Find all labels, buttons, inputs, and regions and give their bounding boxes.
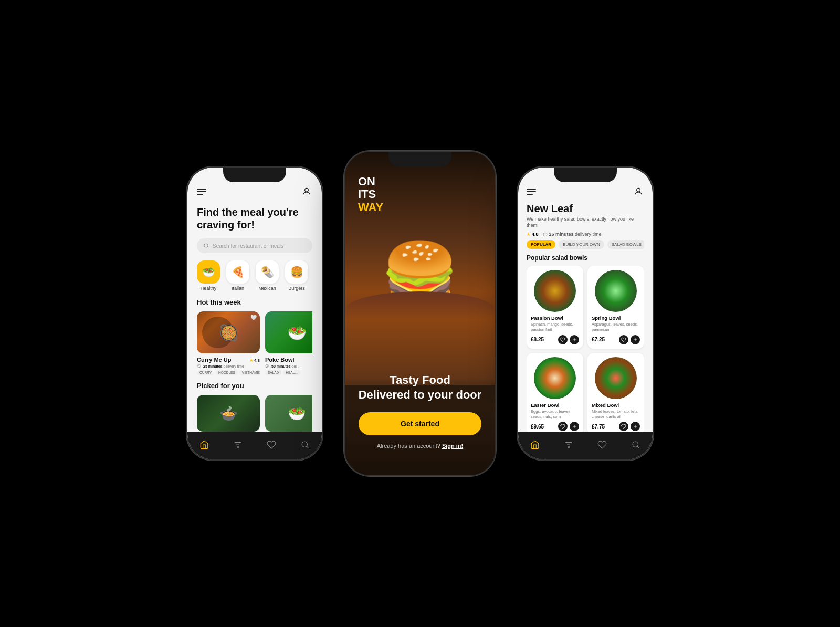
nav-filter-3[interactable]	[564, 440, 573, 452]
nav-home[interactable]	[200, 440, 209, 452]
mixed-bowl-footer: £7.75	[592, 422, 640, 431]
nav-search[interactable]	[300, 440, 310, 452]
passion-bowl-ingredients: Spinach, mango, seeds, passion fruit	[531, 322, 579, 332]
screen-splash: 🍔 ONITS WAY Tasty Food Delivered to your…	[345, 152, 495, 475]
notch-2	[388, 152, 452, 166]
restaurant-card-poke[interactable]: 🥗 Poke Bowl 50 minutes deli... SALAD HEA…	[265, 311, 312, 375]
nav-home-3[interactable]	[530, 440, 540, 452]
easter-bowl-name: Easter Bowl	[531, 402, 579, 408]
restaurant-card-curry[interactable]: 🤍 Curry Me Up ★ 4.8	[197, 311, 260, 375]
phone-splash: 🍔 ONITS WAY Tasty Food Delivered to your…	[344, 151, 496, 476]
picked-card-2[interactable]: 🥗	[265, 395, 312, 432]
easter-bowl-image	[534, 357, 576, 399]
hamburger-menu-icon-3[interactable]	[527, 189, 536, 195]
category-burgers[interactable]: 🍔 Burgers	[285, 260, 308, 291]
curry-card-rating: ★ 4.8	[249, 358, 260, 363]
svg-line-2	[207, 247, 209, 248]
phone-home: Find the meal you'recraving for! Search …	[186, 166, 323, 461]
nav-search-3[interactable]	[631, 440, 640, 452]
bowls-grid: Passion Bowl Spinach, mango, seeds, pass…	[527, 266, 644, 435]
restaurant-description: We make healthy salad bowls, exactly how…	[527, 216, 644, 228]
category-healthy[interactable]: 🥗 Healthy	[197, 260, 220, 291]
easter-bowl-add-btn[interactable]	[570, 422, 579, 431]
tab-salad-bowls[interactable]: SALAD BOWLS	[607, 240, 644, 249]
curry-delivery-time: 25 minutes delivery time	[197, 364, 260, 368]
nav-favorites[interactable]	[267, 440, 276, 452]
spring-bowl-favorite-btn[interactable]	[619, 335, 628, 344]
easter-bowl-ingredients: Eggs, avocado, leaves, seeds, nuts, corn	[531, 409, 579, 420]
passion-bowl-actions	[558, 335, 579, 344]
bowl-card-spring[interactable]: Spring Bowl Asparagus, leaves, seeds, pa…	[587, 266, 644, 349]
search-icon	[203, 243, 209, 249]
easter-bowl-price: £9.65	[531, 424, 544, 430]
nav-favorites-3[interactable]	[597, 440, 607, 452]
spring-bowl-price: £7.25	[592, 337, 605, 342]
bowl-card-passion[interactable]: Passion Bowl Spinach, mango, seeds, pass…	[527, 266, 583, 349]
passion-bowl-favorite-btn[interactable]	[558, 335, 568, 344]
burgers-icon: 🍔	[285, 260, 308, 284]
easter-bowl-image-container	[531, 357, 579, 399]
nav-filter[interactable]	[233, 440, 243, 452]
screen-restaurant: New Leaf We make healthy salad bowls, ex…	[518, 168, 653, 459]
svg-point-23	[568, 446, 570, 448]
restaurant-meta: ★ 4.8 25 minutes delivery time	[527, 232, 644, 237]
spring-bowl-image	[595, 270, 637, 312]
mexican-icon: 🌯	[256, 260, 279, 284]
easter-bowl-favorite-btn[interactable]	[558, 422, 568, 431]
logo-text-on-its: ONITS	[358, 175, 383, 201]
notch-3	[554, 168, 617, 182]
mixed-bowl-image-container	[592, 357, 640, 399]
page-title: Find the meal you'recraving for!	[197, 206, 312, 231]
picked-card-1[interactable]: 🍲	[197, 395, 260, 432]
passion-bowl-add-btn[interactable]	[570, 335, 579, 344]
search-placeholder: Search for restaurant or meals	[213, 243, 284, 249]
tab-build-your-own[interactable]: BUILD YOUR OWN	[559, 240, 604, 249]
category-italian[interactable]: 🍕 Italian	[226, 260, 249, 291]
signin-prompt: Already has an account? Sign in!	[377, 443, 463, 449]
mixed-bowl-name: Mixed Bowl	[592, 402, 640, 408]
popular-section-title: Popular salad bowls	[527, 254, 644, 262]
poke-card-image: 🥗	[265, 311, 312, 353]
restaurant-tabs: POPULAR BUILD YOUR OWN SALAD BOWLS SUSHI	[527, 240, 644, 249]
restaurant-rating: ★ 4.8	[527, 232, 539, 237]
restaurant-name: New Leaf	[527, 203, 644, 215]
bowl-card-mixed[interactable]: Mixed Bowl Mixed leaves, tomato, feta ch…	[587, 353, 644, 436]
svg-line-25	[637, 446, 639, 448]
mixed-bowl-image	[595, 357, 637, 399]
healthy-icon: 🥗	[197, 260, 220, 284]
spring-bowl-add-btn[interactable]	[631, 335, 640, 344]
get-started-button[interactable]: Get started	[359, 412, 481, 435]
curry-tags: CURRY NOODLES VIETNAMESE HEALTHY	[197, 370, 260, 375]
user-profile-icon[interactable]	[301, 186, 312, 197]
spring-bowl-footer: £7.25	[592, 335, 640, 344]
poke-card-name: Poke Bowl	[265, 357, 312, 363]
mixed-bowl-add-btn[interactable]	[631, 422, 640, 431]
passion-bowl-name: Passion Bowl	[531, 315, 579, 321]
search-bar[interactable]: Search for restaurant or meals	[197, 238, 312, 253]
header-home	[197, 186, 312, 197]
poke-tags: SALAD HEAL...	[265, 370, 312, 375]
categories-row: 🥗 Healthy 🍕 Italian 🌯 Mexican 🍔	[197, 260, 312, 291]
tab-popular[interactable]: POPULAR	[527, 240, 555, 249]
splash-background: 🍔 ONITS WAY Tasty Food Delivered to your…	[345, 152, 495, 475]
svg-point-9	[302, 442, 308, 447]
poke-delivery-time: 50 minutes deli...	[265, 364, 312, 368]
logo-text-way: WAY	[358, 201, 383, 214]
category-mexican[interactable]: 🌯 Mexican	[256, 260, 279, 291]
signin-link[interactable]: Sign in!	[442, 443, 463, 449]
hamburger-menu-icon[interactable]	[197, 189, 206, 195]
spring-bowl-image-container	[592, 270, 640, 312]
easter-bowl-footer: £9.65	[531, 422, 579, 431]
mixed-bowl-favorite-btn[interactable]	[619, 422, 628, 431]
splash-tagline: Tasty Food Delivered to your door	[348, 373, 492, 403]
spring-bowl-ingredients: Asparagus, leaves, seeds, parmesan	[592, 322, 640, 332]
bottom-navbar-restaurant	[518, 432, 653, 459]
user-profile-icon-3[interactable]	[633, 186, 644, 197]
italian-icon: 🍕	[226, 260, 249, 284]
picked-section-title: Picked for you	[197, 382, 312, 390]
svg-line-10	[307, 446, 309, 448]
mixed-bowl-actions	[619, 422, 640, 431]
delivery-time: 25 minutes delivery time	[543, 232, 602, 237]
bowl-card-easter[interactable]: Easter Bowl Eggs, avocado, leaves, seeds…	[527, 353, 583, 436]
like-button-curry[interactable]: 🤍	[250, 315, 257, 320]
